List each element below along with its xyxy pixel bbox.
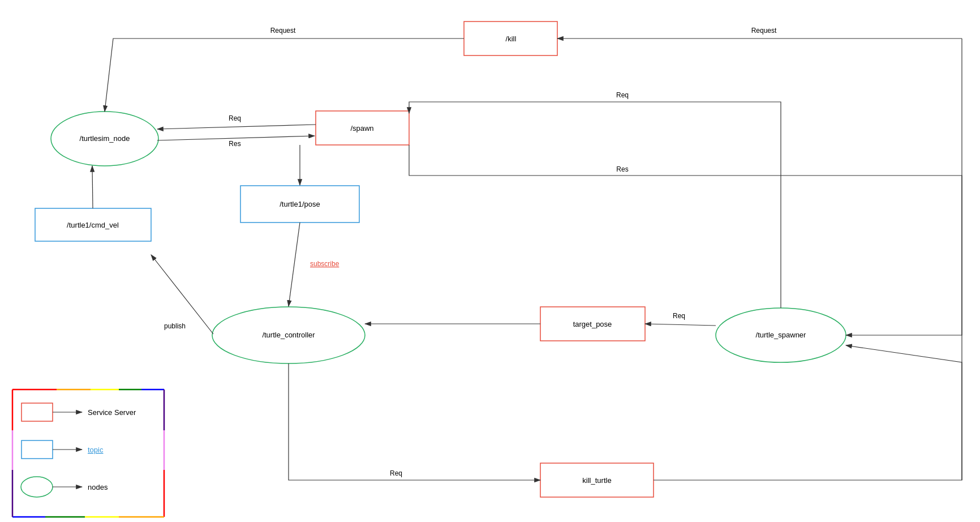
spawner-to-spawn-req — [409, 102, 781, 308]
diagram-container: /kill /spawn target_pose kill_turtle /tu… — [0, 0, 980, 522]
kill-label: /kill — [506, 35, 517, 43]
res-label: Res — [229, 140, 240, 148]
subscribe-label: subscribe — [310, 260, 339, 268]
legend-node-ellipse — [21, 477, 53, 497]
legend-node-label: nodes — [88, 483, 108, 491]
kill-turtle-label: kill_turtle — [582, 476, 611, 485]
req-spawn-to-turtlesim — [157, 125, 316, 129]
request-kill-right-label: Request — [751, 27, 777, 35]
turtlesim-node-label: /turtlesim_node — [80, 134, 130, 143]
cmd-vel-to-turtlesim — [92, 166, 93, 208]
publish-label: publish — [164, 322, 186, 330]
turtle-controller-label: /turtle_controller — [262, 331, 315, 339]
req-target-pose-label: Req — [673, 312, 685, 320]
cmd-vel-label: /turtle1/cmd_vel — [67, 221, 119, 229]
spawner-to-target-pose — [645, 324, 716, 326]
legend-service-box — [22, 403, 53, 421]
legend-service-label: Service Server — [88, 408, 136, 417]
turtle-spawner-label: /turtle_spawner — [756, 331, 807, 339]
request-label-top: Request — [270, 27, 296, 35]
diagram-svg: /kill /spawn target_pose kill_turtle /tu… — [0, 0, 980, 522]
kill-turtle-to-spawner — [654, 345, 962, 480]
request-to-turtlesim — [105, 38, 464, 112]
req-kill-turtle-label: Req — [390, 469, 402, 477]
controller-to-kill-turtle — [289, 363, 540, 480]
res-spawner-label: Res — [616, 165, 628, 173]
spawn-to-spawner-res — [409, 145, 962, 335]
req-spawner-spawn-label: Req — [616, 91, 629, 99]
pose-label: /turtle1/pose — [280, 200, 320, 208]
legend-topic-box — [22, 440, 53, 459]
spawn-label: /spawn — [350, 124, 373, 132]
legend-topic-label: topic — [88, 446, 104, 454]
pose-subscribe-to-controller — [289, 223, 300, 306]
target-pose-label: target_pose — [573, 320, 612, 328]
req-label-spawn: Req — [229, 114, 241, 122]
